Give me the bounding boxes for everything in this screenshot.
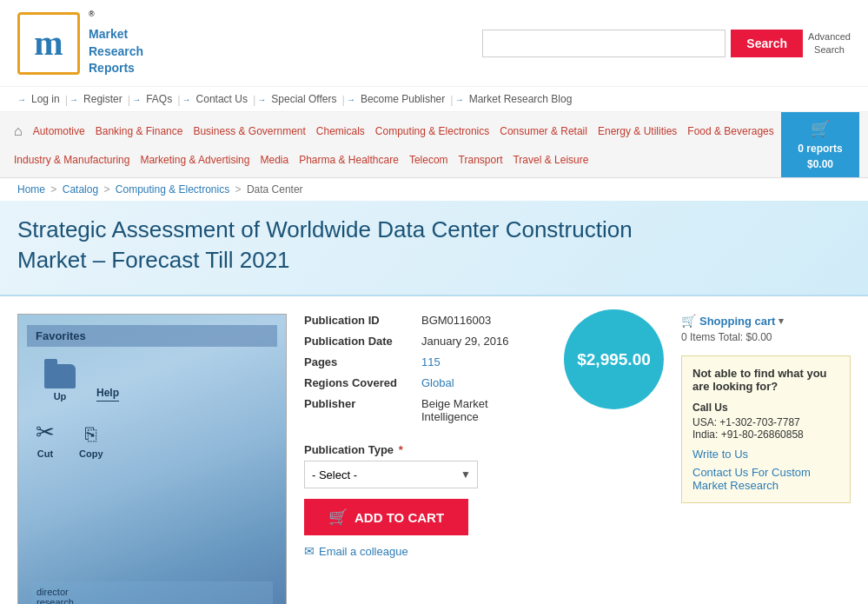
image-icon-help: Help [96, 387, 119, 402]
image-bottom-icons: ✂ Cut ⎘ Copy [36, 419, 268, 459]
right-sidebar: 🛒 Shopping cart ▾ 0 Items Total: $0.00 N… [681, 314, 851, 503]
cart-items-count: 0 Items [681, 331, 715, 343]
image-cut-label: Cut [37, 448, 53, 459]
cart-button[interactable]: 🛒 0 reports $0.00 [781, 112, 859, 177]
image-help-label: Help [96, 387, 119, 402]
product-image: Favorites Up Help ✂ Cut ⎘ Copy [17, 314, 287, 604]
nav-links-bar: → Log in | → Register | → FAQs | → Conta… [0, 87, 868, 112]
pub-type-label-text: Publication Type [304, 443, 394, 456]
category-links-area: ⌂ Automotive Banking & Finance Business … [9, 112, 781, 177]
email-colleague-link[interactable]: ✉ Email a colleague [304, 544, 664, 558]
nav-link-register[interactable]: Register [80, 91, 126, 107]
product-meta-row: Publication ID BGM0116003 Publication Da… [304, 314, 664, 431]
nav-sep-1: | [128, 93, 130, 106]
page-title: Strategic Assessment of Worldwide Data C… [17, 215, 643, 275]
breadcrumb-sep-0: > [50, 183, 56, 196]
breadcrumb-sep-2: > [235, 183, 242, 196]
image-taskbar: Favorites [27, 325, 277, 347]
nav-arrow-4: → [257, 95, 266, 104]
cart-widget-icon: 🛒 [681, 314, 696, 328]
publisher-label: Publisher [304, 397, 413, 423]
logo-letter: m [34, 23, 63, 63]
title-area: Strategic Assessment of Worldwide Data C… [0, 201, 868, 296]
cart-summary: 0 Items Total: $0.00 [681, 331, 851, 343]
nav-link-blog[interactable]: Market Research Blog [466, 91, 576, 107]
support-call-title: Call Us [692, 402, 839, 414]
cart-total-value: $0.00 [746, 331, 772, 343]
nav-sep-3: | [253, 93, 255, 106]
image-taskbar-text: Favorites [36, 329, 86, 342]
cart-icon-btn: 🛒 [328, 508, 348, 527]
write-to-us-link[interactable]: Write to Us [692, 448, 839, 461]
nav-link-special-offers[interactable]: Special Offers [268, 91, 340, 107]
breadcrumb-computing[interactable]: Computing & Electronics [116, 183, 229, 196]
nav-link-contact[interactable]: Contact Us [193, 91, 251, 107]
nav-sep-2: | [177, 93, 180, 106]
cat-link-banking[interactable]: Banking & Finance [90, 123, 189, 140]
email-icon: ✉ [304, 544, 315, 558]
cat-link-media[interactable]: Media [255, 151, 294, 169]
logo-area: m ® Market Research Reports [17, 9, 143, 77]
custom-research-link[interactable]: Contact Us For Custom Market Research [692, 466, 839, 492]
logo-text-area: ® Market Research Reports [89, 9, 143, 77]
image-icons-area: Up Help [44, 364, 260, 402]
product-details: Publication ID BGM0116003 Publication Da… [304, 314, 664, 558]
cart-total-label: Total: [718, 331, 743, 343]
cat-link-automotive[interactable]: Automotive [28, 123, 90, 140]
cat-link-transport[interactable]: Transport [454, 151, 508, 169]
breadcrumb-catalog[interactable]: Catalog [63, 183, 98, 196]
cart-widget-header[interactable]: 🛒 Shopping cart ▾ [681, 314, 851, 328]
advanced-search-link[interactable]: AdvancedSearch [808, 30, 851, 56]
folder-icon [44, 364, 76, 388]
pub-id-label: Publication ID [304, 314, 413, 327]
cat-link-energy[interactable]: Energy & Utilities [593, 123, 682, 140]
breadcrumb-home[interactable]: Home [17, 183, 45, 196]
cat-link-consumer[interactable]: Consumer & Retail [494, 123, 593, 140]
cat-link-marketing[interactable]: Marketing & Advertising [135, 151, 255, 169]
search-area: Search AdvancedSearch [482, 30, 851, 57]
cat-link-chemicals[interactable]: Chemicals [311, 123, 370, 140]
image-icon-up: Up [44, 364, 76, 402]
pages-label: Pages [304, 355, 413, 368]
pub-date-label: Publication Date [304, 335, 413, 348]
cart-widget-title: Shopping cart [699, 315, 775, 328]
cart-amount-label: $0.00 [807, 156, 833, 172]
cat-link-telecom[interactable]: Telecom [404, 151, 454, 169]
image-up-label: Up [54, 391, 67, 402]
price-circle: $2,995.00 [564, 309, 664, 409]
nav-sep-0: | [65, 93, 68, 106]
cart-dropdown-icon: ▾ [779, 315, 784, 327]
logo-box[interactable]: m [17, 12, 80, 75]
support-box: Not able to find what you are looking fo… [681, 355, 851, 503]
meta-row-pub-id: Publication ID BGM0116003 [304, 314, 547, 327]
cat-link-computing[interactable]: Computing & Electronics [370, 123, 494, 140]
logo-line2: Research [89, 44, 143, 58]
cat-link-industry[interactable]: Industry & Manufacturing [9, 151, 135, 169]
cat-link-pharma[interactable]: Pharma & Healthcare [294, 151, 404, 169]
category-nav-bar: ⌂ Automotive Banking & Finance Business … [0, 112, 868, 178]
support-call-section: Call Us USA: +1-302-703-7787 India: +91-… [692, 402, 839, 441]
select-wrapper: - Select - ▼ [304, 461, 478, 488]
add-to-cart-label: ADD TO CART [354, 510, 444, 525]
cat-link-food[interactable]: Food & Beverages [682, 123, 779, 140]
pub-date-value: January 29, 2016 [421, 335, 508, 348]
cart-count-label: 0 reports [798, 141, 842, 156]
meta-row-publisher: Publisher Beige Market Intelligence [304, 397, 547, 423]
pub-type-label: Publication Type * [304, 443, 664, 456]
search-input[interactable] [482, 30, 726, 57]
home-icon[interactable]: ⌂ [9, 121, 28, 142]
breadcrumb: Home > Catalog > Computing & Electronics… [0, 178, 868, 201]
cat-link-business[interactable]: Business & Government [188, 123, 310, 140]
cat-link-travel[interactable]: Travel & Leisure [507, 151, 593, 169]
price-value: $2,995.00 [577, 350, 651, 369]
nav-arrow-2: → [132, 95, 141, 104]
cart-icon: 🛒 [811, 117, 830, 141]
nav-link-login[interactable]: Log in [28, 91, 63, 107]
image-copy-label: Copy [79, 448, 103, 459]
nav-link-faqs[interactable]: FAQs [142, 91, 176, 107]
search-button[interactable]: Search [731, 30, 803, 57]
nav-link-become-publisher[interactable]: Become Publisher [357, 91, 448, 107]
required-marker: * [399, 443, 403, 456]
publication-type-select[interactable]: - Select - [304, 461, 478, 488]
add-to-cart-button[interactable]: 🛒 ADD TO CART [304, 499, 468, 535]
